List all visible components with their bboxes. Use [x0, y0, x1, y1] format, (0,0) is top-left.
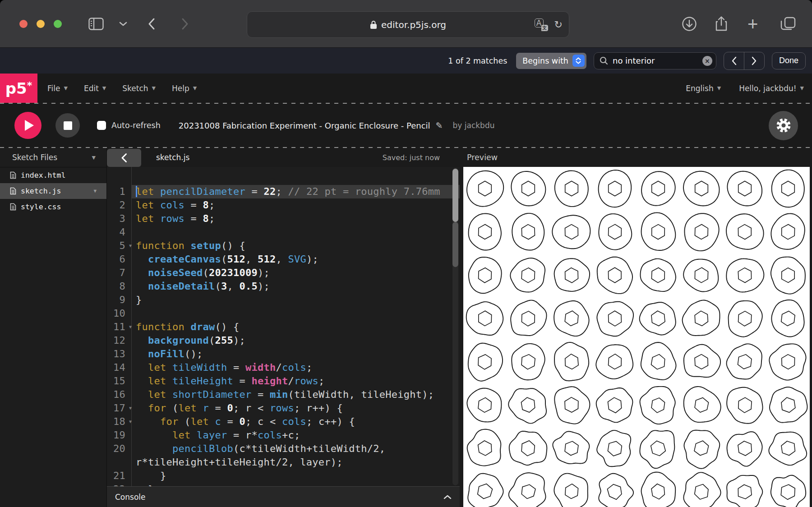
file-sketch-js[interactable]: sketch.js ▼: [0, 183, 106, 199]
editor-tab-label[interactable]: sketch.js: [156, 153, 189, 162]
find-previous-button[interactable]: [724, 52, 744, 69]
sketch-title: 20231008 Fabrication Experiment - Organi…: [179, 121, 430, 130]
code-line[interactable]: 19 let layer = r*cols+c;: [107, 429, 460, 442]
downloads-icon[interactable]: [679, 0, 700, 48]
code-line[interactable]: 21 }: [107, 469, 460, 483]
find-next-button[interactable]: [744, 52, 764, 69]
back-button[interactable]: [145, 0, 158, 48]
find-mode-select[interactable]: Begins with: [516, 53, 586, 69]
code-line[interactable]: 7 noiseSeed(20231009);: [107, 266, 460, 280]
code-line[interactable]: 13 noFill();: [107, 347, 460, 361]
clear-search-icon[interactable]: ×: [702, 56, 712, 66]
chevron-down-icon[interactable]: ▼: [92, 155, 96, 161]
menu-file[interactable]: File▼: [47, 84, 68, 93]
code-line[interactable]: 6 createCanvas(512, 512, SVG);: [107, 253, 460, 266]
search-icon: [600, 56, 608, 65]
file-icon: [10, 203, 16, 211]
code-line[interactable]: 10: [107, 307, 460, 320]
file-icon: [10, 187, 16, 195]
code-line[interactable]: 22 }: [107, 483, 460, 486]
chevron-down-icon[interactable]: [116, 0, 130, 48]
forward-button[interactable]: [179, 0, 191, 48]
sidebar-header: Sketch Files: [12, 153, 57, 162]
code-line[interactable]: 2let cols = 8;: [107, 198, 460, 212]
browser-window: editor.p5js.org A文 ↻ + 1 of 2 matches Be…: [0, 0, 812, 507]
fold-arrow-icon[interactable]: ▼: [129, 239, 132, 253]
minimize-window-button[interactable]: [37, 20, 45, 28]
language-select[interactable]: English▼: [686, 84, 721, 93]
collapse-sidebar-button[interactable]: [107, 149, 141, 167]
code-line[interactable]: 16 let shortDiameter = min(tileWidth, ti…: [107, 388, 460, 401]
line-number: 5▼: [107, 239, 131, 253]
line-number: 6: [107, 253, 131, 266]
stop-button[interactable]: [55, 113, 80, 138]
find-done-button[interactable]: Done: [772, 52, 806, 69]
sketch-files-sidebar: Sketch Files ▼ index.html sketch.js ▼ st…: [0, 148, 107, 507]
p5-logo[interactable]: p5*: [0, 74, 37, 103]
match-count: 1 of 2 matches: [448, 56, 507, 65]
chevron-down-icon: ▼: [102, 85, 106, 91]
edit-title-icon[interactable]: ✎: [436, 120, 443, 130]
find-input[interactable]: no interior ×: [594, 52, 716, 69]
file-options-icon[interactable]: ▼: [93, 188, 97, 194]
code-line[interactable]: r*tileHeight+tileHeight/2, layer);: [107, 456, 460, 469]
editor-scrollbar[interactable]: [452, 168, 458, 485]
menu-sketch[interactable]: Sketch▼: [122, 84, 156, 93]
reload-icon[interactable]: ↻: [554, 19, 563, 30]
share-icon[interactable]: [711, 0, 731, 48]
translate-icon[interactable]: A文: [535, 18, 548, 31]
code-line[interactable]: 1let pencilDiameter = 22; // 22 pt = rou…: [107, 185, 460, 198]
console-label: Console: [115, 493, 146, 502]
menu-edit[interactable]: Edit▼: [84, 84, 106, 93]
lock-icon: [370, 20, 377, 29]
code-line[interactable]: 18▼ for (let c = 0; c < cols; c++) {: [107, 415, 460, 429]
chevron-up-icon[interactable]: [443, 495, 452, 499]
fold-arrow-icon[interactable]: ▼: [129, 415, 132, 429]
line-number: 11▼: [107, 320, 131, 334]
autorefresh-checkbox[interactable]: [97, 121, 106, 130]
preview-label: Preview: [460, 148, 812, 167]
menu-help[interactable]: Help▼: [172, 84, 197, 93]
chevron-down-icon: ▼: [152, 85, 156, 91]
line-number: 4: [107, 226, 131, 239]
url-field[interactable]: editor.p5js.org A文 ↻: [247, 11, 569, 38]
code-line[interactable]: 3let rows = 8;: [107, 212, 460, 226]
code-line[interactable]: 4: [107, 226, 460, 239]
console-bar[interactable]: Console: [107, 486, 460, 507]
line-number: 2: [107, 198, 131, 212]
file-icon: [10, 171, 16, 179]
code-area[interactable]: 1let pencilDiameter = 22; // 22 pt = rou…: [107, 167, 460, 486]
tab-overview-icon[interactable]: [778, 0, 798, 48]
fold-arrow-icon[interactable]: ▼: [129, 320, 132, 334]
code-line[interactable]: 17▼ for (let r = 0; r < rows; r++) {: [107, 401, 460, 415]
line-number: [107, 456, 131, 469]
code-line[interactable]: 9}: [107, 293, 460, 307]
code-line[interactable]: 12 background(255);: [107, 334, 460, 347]
preview-pane: Preview: [460, 148, 812, 507]
code-line[interactable]: 14 let tileWidth = width/cols;: [107, 361, 460, 374]
code-line[interactable]: 8 noiseDetail(3, 0.5);: [107, 280, 460, 293]
sketch-canvas: [463, 167, 810, 507]
code-line[interactable]: 11▼function draw() {: [107, 320, 460, 334]
traffic-lights: [19, 20, 62, 28]
chevron-down-icon: ▼: [193, 85, 197, 91]
zoom-window-button[interactable]: [54, 20, 62, 28]
fold-arrow-icon[interactable]: ▼: [129, 401, 132, 415]
gear-icon: [775, 117, 792, 134]
code-line[interactable]: 20 pencilBlob(c*tileWidth+tileWidth/2,: [107, 442, 460, 456]
close-window-button[interactable]: [19, 20, 28, 28]
preview-canvas-svg: [463, 167, 810, 507]
sidebar-toggle-icon[interactable]: [86, 0, 106, 48]
code-line[interactable]: 5▼function setup() {: [107, 239, 460, 253]
chevron-left-icon: [121, 153, 127, 163]
play-button[interactable]: [14, 112, 42, 139]
file-index-html[interactable]: index.html: [0, 167, 106, 183]
file-style-css[interactable]: style.css: [0, 199, 106, 215]
sketch-byline: by jackbdu: [453, 121, 495, 130]
code-line[interactable]: 15 let tileHeight = height/rows;: [107, 374, 460, 388]
account-menu[interactable]: Hello, jackbdu!▼: [739, 84, 804, 93]
sketch-toolbar: Auto-refresh 20231008 Fabrication Experi…: [0, 104, 812, 147]
line-number: 13: [107, 347, 131, 361]
new-tab-icon[interactable]: +: [745, 0, 761, 48]
settings-button[interactable]: [769, 111, 798, 140]
